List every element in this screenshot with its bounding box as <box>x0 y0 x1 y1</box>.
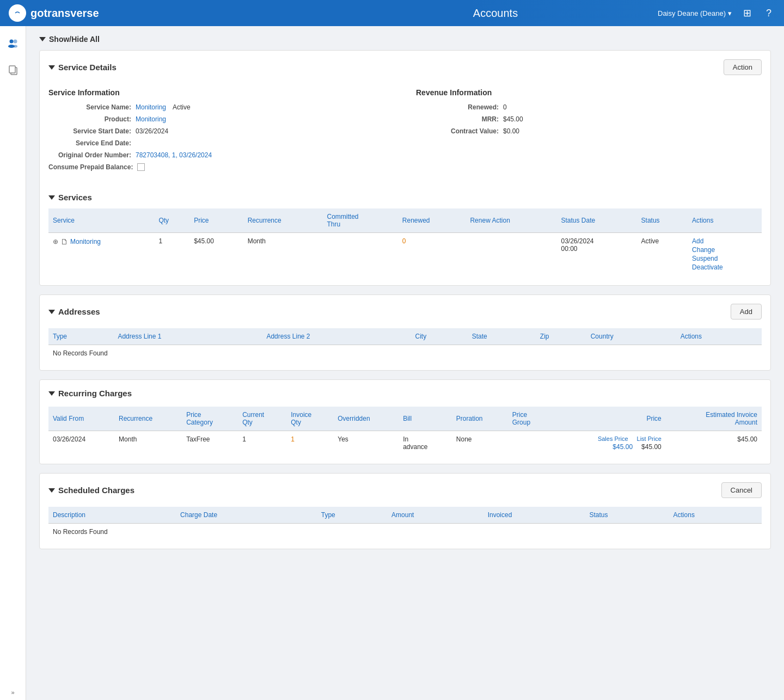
addresses-triangle <box>48 310 55 314</box>
no-records-addresses: No Records Found <box>48 345 762 362</box>
service-details-card: Service Details Action Service Informati… <box>39 50 771 286</box>
svg-rect-6 <box>9 66 15 73</box>
list-price-value: $45.00 <box>641 443 661 451</box>
grid-icon[interactable]: ⊞ <box>740 7 754 20</box>
svg-point-4 <box>13 45 17 48</box>
service-end-date-row: Service End Date: <box>48 139 394 147</box>
add-address-button[interactable]: Add <box>731 304 762 320</box>
rc-col-invoice-qty: InvoiceQty <box>286 407 333 431</box>
main-content: Show/Hide All Service Details Action Ser… <box>26 26 784 700</box>
show-hide-label: Show/Hide All <box>49 35 100 44</box>
service-name-value[interactable]: Monitoring <box>136 103 166 111</box>
rc-col-estimated: Estimated InvoiceAmount <box>666 407 762 431</box>
original-order-label: Original Order Number: <box>48 151 136 159</box>
product-value[interactable]: Monitoring <box>136 115 166 123</box>
original-order-value[interactable]: 782703408, 1, 03/26/2024 <box>136 151 212 159</box>
service-details-header: Service Details Action <box>48 59 762 75</box>
logo-circle <box>9 4 26 22</box>
sc-col-description: Description <box>48 507 176 524</box>
sales-price-header: Sales Price <box>598 435 628 442</box>
svg-point-3 <box>13 40 17 44</box>
original-order-row: Original Order Number: 782703408, 1, 03/… <box>48 151 394 159</box>
sc-col-type: Type <box>317 507 387 524</box>
rc-price-group <box>508 431 551 456</box>
sidebar-users-icon[interactable] <box>4 35 22 52</box>
add-action[interactable]: Add <box>692 237 757 245</box>
rc-bill: Inadvance <box>399 431 452 456</box>
sc-col-actions: Actions <box>669 507 762 524</box>
renewed-value: 0 <box>503 103 507 111</box>
user-menu[interactable]: Daisy Deane (Deane) ▾ <box>658 9 732 17</box>
addr-col-actions: Actions <box>676 328 762 345</box>
rc-col-current-qty: CurrentQty <box>238 407 286 431</box>
col-recurrence: Recurrence <box>243 208 323 233</box>
committed-thru-cell <box>322 233 397 277</box>
list-price-header: List Price <box>637 435 661 442</box>
addresses-label: Addresses <box>58 307 100 316</box>
services-title: Services <box>48 193 762 202</box>
scheduled-charges-table: Description Charge Date Type Amount Invo… <box>48 507 762 540</box>
service-info-grid: Service Information Service Name: Monito… <box>48 84 762 180</box>
consume-prepaid-row: Consume Prepaid Balance: <box>48 163 394 171</box>
deactivate-action[interactable]: Deactivate <box>692 263 757 271</box>
scheduled-charges-label: Scheduled Charges <box>58 486 134 495</box>
cancel-button[interactable]: Cancel <box>721 482 762 498</box>
rc-col-valid-from: Valid From <box>48 407 114 431</box>
rc-proration: None <box>452 431 508 456</box>
rc-col-price: Price <box>550 407 665 431</box>
expand-icon[interactable]: ⊕ <box>53 238 58 245</box>
rc-col-bill: Bill <box>399 407 452 431</box>
service-row-icon: ⊕ 🗋 Monitoring <box>53 237 101 246</box>
sc-col-status: Status <box>585 507 669 524</box>
table-row: 03/26/2024 Month TaxFree 1 1 Yes Inadvan… <box>48 431 762 456</box>
col-price: Price <box>189 208 243 233</box>
addr-col-state: State <box>468 328 536 345</box>
svg-point-0 <box>13 9 22 17</box>
status-date-cell: 03/26/202400:00 <box>556 233 636 277</box>
service-name-label: Service Name: <box>48 103 136 111</box>
contract-value-label: Contract Value: <box>416 127 503 135</box>
price-cell-val: $45.00 <box>189 233 243 277</box>
addresses-header: Addresses Add <box>48 304 762 320</box>
sc-col-invoiced: Invoiced <box>483 507 585 524</box>
header-right: Daisy Deane (Deane) ▾ ⊞ ? <box>658 7 775 20</box>
sidebar-expand[interactable]: » <box>11 689 14 696</box>
rc-overridden: Yes <box>333 431 399 456</box>
rc-invoice-qty: 1 <box>286 431 333 456</box>
mrr-value: $45.00 <box>503 115 523 123</box>
recurring-charges-card: Recurring Charges Valid From Recurrence … <box>39 379 771 464</box>
service-details-label: Service Details <box>58 63 117 72</box>
service-row-name[interactable]: Monitoring <box>70 238 101 245</box>
change-action[interactable]: Change <box>692 246 757 254</box>
recurring-charges-title: Recurring Charges <box>48 389 132 398</box>
sidebar-copy-icon[interactable] <box>4 61 22 78</box>
help-icon[interactable]: ? <box>762 7 775 20</box>
contract-value-row: Contract Value: $0.00 <box>416 127 762 135</box>
action-button[interactable]: Action <box>724 59 762 75</box>
col-renew-action: Renew Action <box>465 208 556 233</box>
service-start-date-value: 03/26/2024 <box>136 127 168 135</box>
revenue-information: Revenue Information Renewed: 0 MRR: $45.… <box>416 88 762 175</box>
sc-col-charge-date: Charge Date <box>176 507 317 524</box>
suspend-action[interactable]: Suspend <box>692 255 757 262</box>
sc-col-amount: Amount <box>387 507 483 524</box>
table-row: ⊕ 🗋 Monitoring 1 $45.00 Month 0 <box>48 233 762 277</box>
services-section: Services Service Qty Price Recurrence Co… <box>48 193 762 277</box>
services-triangle <box>48 195 55 200</box>
rc-valid-from: 03/26/2024 <box>48 431 114 456</box>
renewed-label: Renewed: <box>416 103 503 111</box>
show-hide-all[interactable]: Show/Hide All <box>39 35 771 44</box>
recurring-charges-table: Valid From Recurrence PriceCategory Curr… <box>48 407 762 455</box>
consume-prepaid-label: Consume Prepaid Balance: <box>48 163 137 171</box>
rc-col-proration: Proration <box>452 407 508 431</box>
user-name: Daisy Deane (Deane) <box>658 9 726 17</box>
addr-col-line2: Address Line 2 <box>262 328 411 345</box>
svg-point-1 <box>9 40 13 44</box>
consume-prepaid-checkbox[interactable] <box>137 163 145 171</box>
service-start-date-label: Service Start Date: <box>48 127 136 135</box>
rc-col-recurrence: Recurrence <box>114 407 182 431</box>
qty-cell: 1 <box>154 233 189 277</box>
recurring-charges-label: Recurring Charges <box>58 389 132 398</box>
logo-text: gotransverse <box>30 7 99 20</box>
col-renewed: Renewed <box>398 208 466 233</box>
